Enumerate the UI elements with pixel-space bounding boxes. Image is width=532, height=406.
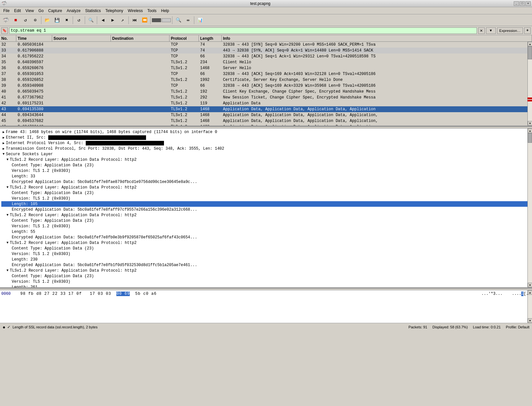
filter-bookmark[interactable]: 🔖 (1, 27, 8, 34)
table-row[interactable]: 430.694135380TLSv1.21468Application Data… (0, 106, 532, 112)
bytes-scroll[interactable]: 0060 98 fb d8 27 22 33 17 0f 17 03 03 00… (0, 290, 532, 323)
ip-expand-icon[interactable]: ▶ (3, 141, 5, 145)
resize-cols-button[interactable]: ⇔ (184, 16, 193, 25)
col-header-length[interactable]: Length (199, 35, 222, 41)
col-header-no[interactable]: No. (0, 35, 16, 41)
ethernet-expand-icon[interactable]: ▶ (3, 136, 5, 140)
tls4-length[interactable]: Length: 230 (1, 257, 531, 262)
io-graph-button[interactable]: 📊 (196, 16, 205, 25)
table-row[interactable]: 330.617906888 TCP74443 → 32838 [SYN, ACK… (0, 48, 532, 53)
tls3-content-type[interactable]: Content Type: Application Data (23) (1, 218, 531, 223)
scroll-track[interactable] (528, 46, 532, 121)
tls1-version[interactable]: Version: TLS 1.2 (0x0303) (1, 168, 531, 173)
stop-button[interactable]: ■ (11, 16, 20, 25)
table-row[interactable]: 340.617956222TCP6632838 → 443 [ACK] Seq=… (0, 53, 532, 59)
tls2-length[interactable]: Length: 105 (1, 201, 531, 207)
col-header-time[interactable]: Time (16, 35, 52, 41)
menu-go[interactable]: Go (37, 8, 46, 14)
restart-button[interactable]: ↺ (21, 16, 30, 25)
frame-expand-icon[interactable]: ▶ (3, 130, 5, 134)
bytes-scroll-up[interactable]: ▲ (528, 290, 532, 295)
menu-view[interactable]: View (23, 8, 36, 14)
table-row[interactable]: 440.694343644TLSv1.21468Application Data… (0, 112, 532, 118)
find-button[interactable]: 🔍 (86, 16, 96, 25)
menu-edit[interactable]: Edit (12, 8, 23, 14)
tls1-length[interactable]: Length: 33 (1, 173, 531, 179)
menu-telephony[interactable]: Telephony (103, 8, 125, 14)
menu-wireless[interactable]: Wireless (126, 8, 145, 14)
tls-record-1-header[interactable]: ▼ TLSv1.2 Record Layer: Application Data… (1, 157, 531, 162)
options-button[interactable]: ⊙ (31, 16, 40, 25)
scroll-thumb[interactable] (528, 46, 532, 59)
col-header-protocol[interactable]: Protocol (170, 35, 199, 41)
col-header-destination[interactable]: Destination (111, 35, 170, 41)
detail-scroll-track[interactable] (528, 133, 532, 283)
first-packet-button[interactable]: ⏮ (130, 16, 139, 25)
table-row[interactable]: 350.640396597TLSv1.2234Client Hello (0, 59, 532, 65)
menu-capture[interactable]: Capture (46, 8, 64, 14)
tcp-expand-icon[interactable]: ▶ (3, 147, 5, 151)
filter-clear[interactable]: ✕ (478, 27, 485, 34)
back-button[interactable]: ◀ (98, 16, 108, 25)
tls2-version[interactable]: Version: TLS 1.2 (0x0303) (1, 196, 531, 201)
tls5-version[interactable]: Version: TLS 1.2 (0x0303) (1, 279, 531, 284)
tls-record-5-header[interactable]: ▼ TLSv1.2 Record Layer: Application Data… (1, 268, 531, 273)
tls4-expand-icon[interactable]: ▼ (7, 241, 8, 245)
packet-list-scrollbar[interactable]: ▲ ▼ (527, 42, 532, 126)
table-row[interactable]: 380.659326852TLSv1.21992Certificate, Ser… (0, 77, 532, 83)
tls1-content-type[interactable]: Content Type: Application Data (23) (1, 162, 531, 168)
open-button[interactable]: 📂 (43, 16, 52, 25)
tls-record-4-header[interactable]: ▼ TLSv1.2 Record Layer: Application Data… (1, 240, 531, 246)
tls2-enc-data[interactable]: Encrypted Application Data: 5bc0a61fef7e… (1, 207, 531, 212)
close-file-button[interactable]: ✖ (62, 16, 71, 25)
detail-scrollbar[interactable]: ▲ ▼ (527, 128, 532, 287)
scroll-up-arrow[interactable]: ▲ (528, 42, 532, 46)
menu-file[interactable]: File (1, 8, 11, 14)
tls1-enc-data[interactable]: Encrypted Application Data: 5bc0a61fef7e… (1, 179, 531, 185)
detail-tcp-row[interactable]: ▶ Transmission Control Protocol, Src Por… (1, 146, 531, 151)
bytes-scrollbar[interactable]: ▲ ▼ (527, 290, 532, 323)
ssl-expand-icon[interactable]: ▼ (3, 152, 5, 156)
tls-record-3-header[interactable]: ▼ TLSv1.2 Record Layer: Application Data… (1, 212, 531, 218)
bytes-scroll-track[interactable] (528, 295, 532, 318)
shark-fin-button[interactable]: 🦈 (1, 16, 10, 25)
filter-input[interactable]: tcp.stream eq 1 (9, 27, 477, 34)
table-row[interactable]: 370.659301053TCP6632838 → 443 [ACK] Seq=… (0, 71, 532, 77)
tls-record-2-header[interactable]: ▼ TLSv1.2 Record Layer: Application Data… (1, 185, 531, 190)
tls4-version[interactable]: Version: TLS 1.2 (0x0303) (1, 251, 531, 257)
filter-add-button[interactable]: + (524, 27, 531, 34)
table-row[interactable]: 420.691175231TLSv1.2119Application Data (0, 100, 532, 106)
packet-detail-scroll[interactable]: ▶ Frame 43: 1468 bytes on wire (11744 bi… (0, 128, 532, 287)
detail-ethernet-row[interactable]: ▶ Ethernet II, Src: (1, 135, 531, 140)
bytes-scroll-down[interactable]: ▼ (528, 318, 532, 323)
table-row[interactable]: 400.665039475TLSv1.2192Client Key Exchan… (0, 89, 532, 95)
colorize2-button[interactable] (162, 18, 171, 22)
goto-button[interactable]: ↗ (118, 16, 127, 25)
detail-scroll-down[interactable]: ▼ (528, 283, 532, 287)
tls3-expand-icon[interactable]: ▼ (7, 213, 8, 217)
tls3-length[interactable]: Length: 55 (1, 229, 531, 234)
table-row[interactable]: 320.605036184 TCP7432838 → 443 [SYN] Seq… (0, 42, 532, 48)
colorize1-button[interactable] (152, 18, 161, 22)
window-controls[interactable]: _ □ ✕ (514, 1, 531, 6)
table-row[interactable]: 460.694700140TLSv1.21468Application Data… (0, 124, 532, 127)
tls4-enc-data[interactable]: Encrypted Application Data: 5bc0a61fef7e… (1, 262, 531, 268)
detail-scroll-up[interactable]: ▲ (528, 128, 532, 133)
expression-button[interactable]: Expression… (497, 27, 523, 34)
reload-button[interactable]: ↺ (74, 16, 83, 25)
save-button[interactable]: 💾 (52, 16, 62, 25)
tls5-content-type[interactable]: Content Type: Application Data (23) (1, 273, 531, 279)
maximize-button[interactable]: □ (520, 1, 525, 6)
menu-statistics[interactable]: Statistics (83, 8, 103, 14)
col-header-info[interactable]: Info (222, 35, 532, 41)
tls5-length[interactable]: Length: 261 (1, 284, 531, 287)
close-button[interactable]: ✕ (525, 1, 531, 6)
tls5-expand-icon[interactable]: ▼ (7, 269, 8, 272)
menu-analyze[interactable]: Analyze (65, 8, 83, 14)
table-row[interactable]: 450.694537682TLSv1.21468Application Data… (0, 118, 532, 124)
prev-packet-button[interactable]: ⏪ (140, 16, 149, 25)
table-row[interactable]: 390.659340908TCP6632838 → 443 [ACK] Seq=… (0, 83, 532, 89)
tls2-expand-icon[interactable]: ▼ (7, 186, 8, 189)
filter-arrow[interactable]: ▼ (486, 27, 496, 34)
zoom-button[interactable]: 🔍 (174, 16, 183, 25)
